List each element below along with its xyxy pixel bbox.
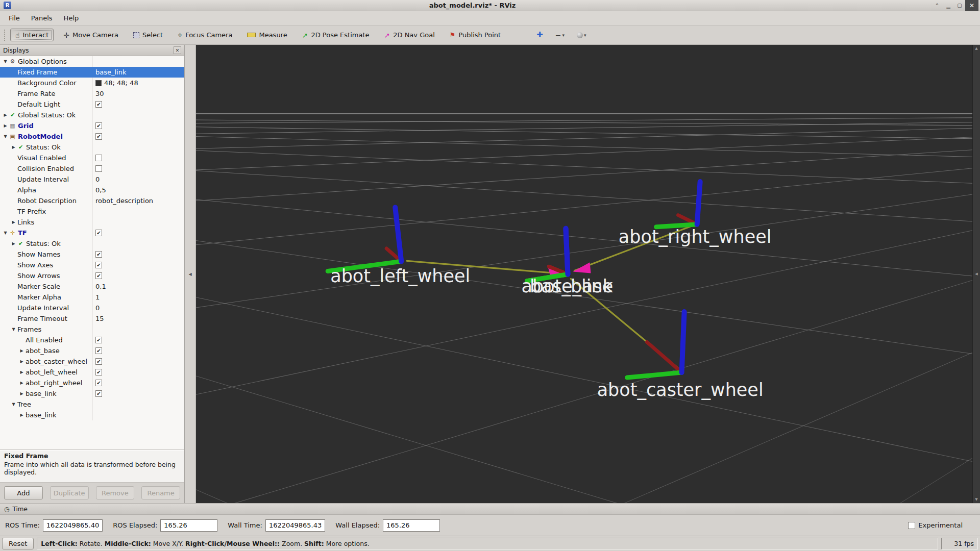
display-row-status-ok[interactable]: ▶✔Status: Ok — [0, 238, 184, 249]
checkbox[interactable]: ✔ — [95, 272, 102, 279]
checkbox[interactable]: ✔ — [95, 390, 102, 397]
display-row-base-link[interactable]: ▶base_link✔ — [0, 388, 184, 399]
menu-file[interactable]: File — [3, 12, 26, 24]
checkbox[interactable]: ✔ — [95, 122, 102, 129]
property-value-cell[interactable]: 30 — [92, 88, 184, 99]
property-value-cell[interactable]: ✔ — [92, 367, 184, 378]
display-row-alpha[interactable]: Alpha0,5 — [0, 185, 184, 195]
display-row-robotmodel[interactable]: ▼▣RobotModel✔ — [0, 131, 184, 142]
expand-arrow-icon[interactable]: ▶ — [18, 370, 25, 374]
property-value-cell[interactable]: ✔ — [92, 335, 184, 345]
property-value-cell[interactable]: base_link — [92, 67, 184, 78]
collapse-arrow-icon[interactable]: ▼ — [10, 327, 17, 332]
property-value-cell[interactable] — [92, 206, 184, 217]
display-row-grid[interactable]: ▶▦Grid✔ — [0, 120, 184, 131]
expand-arrow-icon[interactable]: ▶ — [18, 413, 25, 417]
display-row-tree[interactable]: ▼Tree — [0, 399, 184, 410]
add-tool-button[interactable]: ✚ — [534, 30, 546, 40]
display-row-abot-caster-wheel[interactable]: ▶abot_caster_wheel✔ — [0, 356, 184, 367]
2d-nav-goal-tool-button[interactable]: ➚2D Nav Goal — [379, 29, 439, 41]
property-value-cell[interactable]: ✔ — [92, 260, 184, 270]
checkbox[interactable]: ✔ — [95, 347, 102, 354]
render-view[interactable]: abot_left_wheelabot_basebase_linkabot_ri… — [196, 45, 972, 503]
display-row-abot-base[interactable]: ▶abot_base✔ — [0, 345, 184, 356]
property-value-cell[interactable] — [92, 153, 184, 163]
checkbox[interactable] — [95, 165, 102, 172]
display-row-robot-description[interactable]: Robot Descriptionrobot_description — [0, 195, 184, 206]
display-row-update-interval[interactable]: Update Interval0 — [0, 174, 184, 185]
expand-arrow-icon[interactable]: ▶ — [18, 391, 25, 396]
property-value-cell[interactable]: ✔ — [92, 378, 184, 388]
collapse-arrow-icon[interactable]: ▼ — [2, 59, 9, 64]
display-row-global-options[interactable]: ▼⚙Global Options — [0, 56, 184, 67]
select-tool-button[interactable]: Select — [128, 29, 168, 41]
display-row-base-link[interactable]: ▶base_link — [0, 410, 184, 420]
display-row-show-arrows[interactable]: Show Arrows✔ — [0, 270, 184, 281]
display-row-default-light[interactable]: Default Light✔ — [0, 99, 184, 110]
checkbox[interactable]: ✔ — [95, 380, 102, 386]
maximize-icon[interactable]: ▢ — [954, 1, 965, 10]
property-value-cell[interactable]: ✔ — [92, 249, 184, 260]
property-value-cell[interactable]: ✔ — [92, 99, 184, 110]
displays-panel-header[interactable]: Displays ✕ — [0, 45, 184, 56]
checkbox[interactable]: ✔ — [95, 337, 102, 343]
property-value-cell[interactable]: robot_description — [92, 195, 184, 206]
time-panel-header[interactable]: ◷ Time — [0, 504, 980, 515]
panel-collapse-icon[interactable]: ◀ — [188, 272, 191, 277]
property-value-cell[interactable]: 15 — [92, 313, 184, 324]
expand-arrow-icon[interactable]: ▶ — [18, 348, 25, 353]
display-row-status-ok[interactable]: ▶✔Status: Ok — [0, 142, 184, 153]
checkbox[interactable]: ✔ — [95, 101, 102, 108]
display-row-tf[interactable]: ▼✛TF✔ — [0, 228, 184, 238]
reset-button[interactable]: Reset — [2, 538, 34, 549]
display-row-global-status-ok[interactable]: ▶✔Global Status: Ok — [0, 110, 184, 120]
add-button[interactable]: Add — [4, 486, 43, 499]
checkbox[interactable]: ✔ — [95, 133, 102, 140]
menu-help[interactable]: Help — [58, 12, 85, 24]
property-value-cell[interactable] — [92, 163, 184, 174]
expand-arrow-icon[interactable]: ▶ — [2, 113, 9, 117]
expand-arrow-icon[interactable]: ▶ — [18, 381, 25, 385]
dock-arrow-up-icon[interactable]: ▲ — [975, 46, 977, 51]
collapse-arrow-icon[interactable]: ▼ — [2, 134, 9, 139]
collapse-arrow-icon[interactable]: ▼ — [2, 231, 9, 235]
display-row-abot-right-wheel[interactable]: ▶abot_right_wheel✔ — [0, 378, 184, 388]
expand-arrow-icon[interactable]: ▶ — [10, 145, 17, 149]
display-row-tf-prefix[interactable]: TF Prefix — [0, 206, 184, 217]
collapse-arrow-icon[interactable]: ▼ — [10, 402, 17, 407]
property-value-cell[interactable]: ✔ — [92, 270, 184, 281]
panel-close-icon[interactable]: ✕ — [174, 46, 181, 54]
toolbar-drag-handle[interactable] — [4, 30, 7, 41]
titlebar[interactable]: R abot_model.rviz* - RViz ⌃ ▁ ▢ ✕ — [0, 0, 980, 11]
checkbox[interactable]: ✔ — [95, 230, 102, 236]
display-row-frame-timeout[interactable]: Frame Timeout15 — [0, 313, 184, 324]
wall-elapsed-input[interactable]: 165.26 — [383, 519, 440, 532]
measure-tool-button[interactable]: Measure — [242, 29, 292, 41]
expand-arrow-icon[interactable]: ▶ — [2, 123, 9, 128]
render-options-button[interactable]: ▾ — [574, 31, 589, 40]
menu-panels[interactable]: Panels — [26, 12, 58, 24]
color-swatch[interactable] — [95, 80, 102, 86]
move-camera-tool-button[interactable]: ✛Move Camera — [58, 29, 124, 41]
display-row-show-axes[interactable]: Show Axes✔ — [0, 260, 184, 270]
display-row-collision-enabled[interactable]: Collision Enabled — [0, 163, 184, 174]
display-row-fixed-frame[interactable]: Fixed Framebase_link — [0, 67, 184, 78]
display-row-marker-alpha[interactable]: Marker Alpha1 — [0, 292, 184, 303]
checkbox[interactable]: ✔ — [95, 262, 102, 268]
experimental-checkbox[interactable] — [908, 522, 915, 529]
display-row-background-color[interactable]: Background Color48; 48; 48 — [0, 78, 184, 88]
property-value-cell[interactable]: 1 — [92, 292, 184, 303]
display-row-frames[interactable]: ▼Frames — [0, 324, 184, 335]
property-value-cell[interactable]: 0,5 — [92, 185, 184, 195]
wall-time-input[interactable]: 1622049865.43 — [265, 519, 325, 532]
property-value-cell[interactable]: ✔ — [92, 388, 184, 399]
panel-splitter[interactable]: ◀ — [185, 45, 196, 503]
display-row-frame-rate[interactable]: Frame Rate30 — [0, 88, 184, 99]
remove-tool-button[interactable]: −▾ — [553, 30, 567, 40]
shade-window-icon[interactable]: ⌃ — [932, 1, 943, 10]
property-value-cell[interactable]: ✔ — [92, 120, 184, 131]
checkbox[interactable] — [95, 155, 102, 161]
close-icon[interactable]: ✕ — [965, 0, 978, 11]
checkbox[interactable]: ✔ — [95, 358, 102, 365]
property-value-cell[interactable]: 48; 48; 48 — [92, 78, 184, 88]
